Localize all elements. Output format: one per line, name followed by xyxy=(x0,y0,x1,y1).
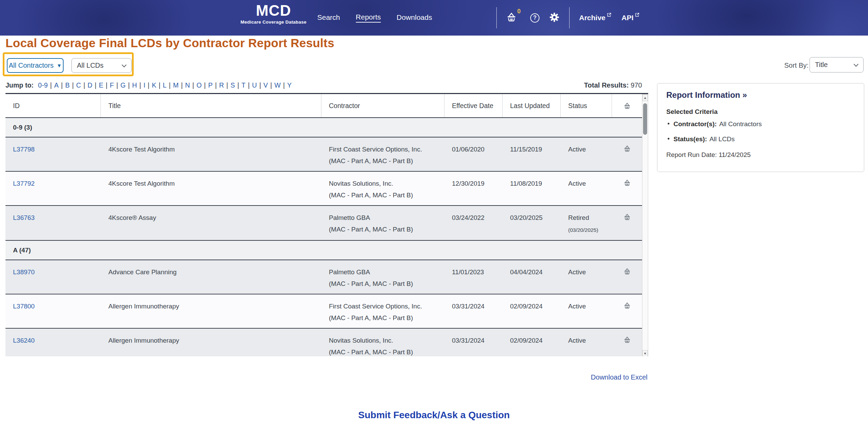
header-divider xyxy=(496,7,497,28)
chevron-down-icon xyxy=(854,62,858,66)
results-table: IDTitleContractorEffective DateLast Upda… xyxy=(5,93,648,356)
column-header-status: Status xyxy=(561,94,612,117)
page: MCD Medicare Coverage Database SearchRep… xyxy=(0,0,868,436)
header-link-label: Archive xyxy=(579,14,605,22)
table-row: L36240Allergen ImmunotherapyNovitas Solu… xyxy=(5,329,642,356)
row-last-updated: 02/09/2024 xyxy=(503,294,561,328)
table-row: L377984Kscore Test AlgorithmFirst Coast … xyxy=(5,137,642,172)
lcd-id-link[interactable]: L37792 xyxy=(13,180,35,187)
row-effective-date: 03/24/2022 xyxy=(444,206,503,240)
row-contractor-type: (MAC - Part A, MAC - Part B) xyxy=(329,156,440,166)
sort-by-value: Title xyxy=(815,61,828,69)
add-to-basket-icon[interactable] xyxy=(612,206,642,240)
column-header-id: ID xyxy=(5,94,101,117)
column-header-title: Title xyxy=(101,94,321,117)
row-contractor: Novitas Solutions, Inc.(MAC - Part A, MA… xyxy=(321,172,444,205)
lcd-status-select[interactable]: All LCDs xyxy=(71,58,132,73)
header-link-archive[interactable]: Archive xyxy=(579,14,611,22)
mcd-logo-subtitle: Medicare Coverage Database xyxy=(239,19,308,25)
row-contractor-type: (MAC - Part A, MAC - Part B) xyxy=(329,190,440,200)
table-scrollbar[interactable]: ▲ ▼ xyxy=(642,94,648,356)
group-header-row: 0-9 (3) xyxy=(5,118,642,137)
table-row: L377924Kscore Test AlgorithmNovitas Solu… xyxy=(5,172,642,206)
lcd-id-link[interactable]: L37798 xyxy=(13,146,35,153)
report-information-title[interactable]: Report Information » xyxy=(666,90,855,100)
selected-criteria-heading: Selected Criteria xyxy=(666,108,855,116)
report-run-date: Report Run Date: 11/24/2025 xyxy=(666,151,855,159)
basket-button[interactable]: 0 xyxy=(506,12,521,24)
row-last-updated: 11/15/2019 xyxy=(503,137,561,171)
lcd-id-link[interactable]: L36240 xyxy=(13,337,35,344)
row-contractor-type: (MAC - Part A, MAC - Part B) xyxy=(329,313,440,323)
contractor-dropdown[interactable]: All Contractors ▼ xyxy=(7,58,64,73)
total-results-value: 970 xyxy=(631,81,642,89)
filter-highlight-box: All Contractors ▼ All LCDs xyxy=(3,52,134,76)
row-title: 4Kscore Test Algorithm xyxy=(101,172,321,205)
basket-icon xyxy=(506,12,517,24)
row-last-updated: 11/08/2019 xyxy=(503,172,561,205)
column-header-last-updated: Last Updated xyxy=(503,94,561,117)
caret-down-icon: ▼ xyxy=(57,63,62,68)
scroll-up-button[interactable]: ▲ xyxy=(642,94,648,101)
row-contractor-type: (MAC - Part A, MAC - Part B) xyxy=(329,224,440,235)
lcd-id-link[interactable]: L37800 xyxy=(13,303,35,310)
bullet-dot xyxy=(668,123,669,124)
add-to-basket-icon[interactable] xyxy=(612,172,642,205)
bullet-dot xyxy=(668,138,669,140)
add-to-basket-icon[interactable] xyxy=(612,260,642,294)
add-to-basket-icon[interactable] xyxy=(612,329,642,356)
row-status: Active xyxy=(561,329,612,356)
main-nav: SearchReportsDownloads xyxy=(317,0,432,36)
row-status: Retired(03/20/2025) xyxy=(561,206,612,240)
lcd-id-link[interactable]: L36763 xyxy=(13,214,35,221)
row-effective-date: 03/31/2024 xyxy=(444,294,503,328)
row-contractor: Palmetto GBA(MAC - Part A, MAC - Part B) xyxy=(321,260,444,294)
nav-item-search[interactable]: Search xyxy=(317,13,340,22)
add-to-basket-icon[interactable] xyxy=(612,137,642,171)
header-link-api[interactable]: API xyxy=(622,14,639,22)
row-last-updated: 04/04/2024 xyxy=(503,260,561,294)
header-divider xyxy=(569,7,570,28)
sort-by-label: Sort By: xyxy=(784,62,809,69)
row-effective-date: 12/30/2019 xyxy=(444,172,503,205)
basket-count-badge: 0 xyxy=(517,8,521,15)
criteria-value: All Contractors xyxy=(719,120,762,128)
download-to-excel-link[interactable]: Download to Excel xyxy=(5,373,647,381)
row-contractor: Palmetto GBA(MAC - Part A, MAC - Part B) xyxy=(321,206,444,240)
row-effective-date: 11/01/2023 xyxy=(444,260,503,294)
row-last-updated: 02/09/2024 xyxy=(503,329,561,356)
total-results-label: Total Results: xyxy=(584,81,629,89)
column-header-effective-date: Effective Date xyxy=(444,94,503,117)
mcd-logo[interactable]: MCD Medicare Coverage Database xyxy=(239,2,308,25)
nav-item-reports[interactable]: Reports xyxy=(356,13,381,23)
help-icon[interactable]: ? xyxy=(530,13,539,23)
mcd-logo-title: MCD xyxy=(239,2,308,19)
criteria-value: All LCDs xyxy=(709,135,735,143)
total-results: Total Results: 970 xyxy=(5,81,642,89)
gear-icon[interactable] xyxy=(549,12,560,24)
submit-feedback-link[interactable]: Submit Feedback/Ask a Question xyxy=(0,410,868,421)
row-status-note: (03/20/2025) xyxy=(568,225,608,235)
row-title: Advance Care Planning xyxy=(101,260,321,294)
criteria-item: Status(es):All LCDs xyxy=(666,135,855,143)
column-header-contractor: Contractor xyxy=(321,94,444,117)
sort-by-select[interactable]: Title xyxy=(810,57,864,72)
row-effective-date: 03/31/2024 xyxy=(444,329,503,356)
row-contractor: Novitas Solutions, Inc.(MAC - Part A, MA… xyxy=(321,329,444,356)
header-utilities: 0 ? ArchiveAPI xyxy=(496,0,639,36)
row-status: Active xyxy=(561,137,612,171)
row-effective-date: 01/06/2020 xyxy=(444,137,503,171)
row-last-updated: 03/20/2025 xyxy=(503,206,561,240)
selected-criteria-list: Contractor(s):All ContractorsStatus(es):… xyxy=(666,120,855,143)
lcd-id-link[interactable]: L38970 xyxy=(13,268,35,276)
row-contractor: First Coast Service Options, Inc.(MAC - … xyxy=(321,137,444,171)
row-title: 4Kscore Test Algorithm xyxy=(101,137,321,171)
criteria-item: Contractor(s):All Contractors xyxy=(666,120,855,128)
scroll-down-button[interactable]: ▼ xyxy=(642,350,648,356)
nav-item-downloads[interactable]: Downloads xyxy=(397,13,432,22)
row-title: 4Kscore® Assay xyxy=(101,206,321,240)
add-to-basket-icon[interactable] xyxy=(612,294,642,328)
page-title: Local Coverage Final LCDs by Contractor … xyxy=(5,36,334,50)
criteria-label: Contractor(s): xyxy=(673,120,717,128)
scrollbar-thumb[interactable] xyxy=(643,103,647,135)
